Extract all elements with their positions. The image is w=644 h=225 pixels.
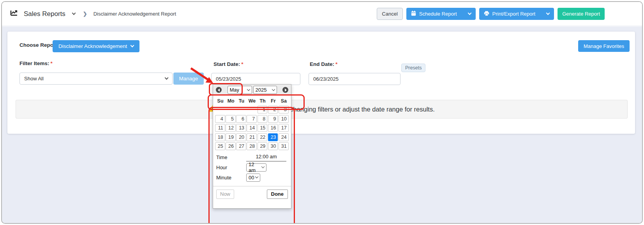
calendar-day[interactable]: 19 <box>226 133 236 141</box>
calendar-day[interactable]: 30 <box>268 142 278 150</box>
calendar-day[interactable]: 11 <box>215 124 225 132</box>
screenshot-canvas: Sales Reports ❯ Disclaimer Acknowledgeme… <box>0 0 644 225</box>
calendar-week-row: 18192021222324 <box>215 133 289 141</box>
hour-select[interactable]: 12 am <box>246 163 266 172</box>
weekday-label: Th <box>258 98 268 104</box>
no-data-warning-banner: Report has no data. Try changing filters… <box>16 100 628 119</box>
report-builder-card: Choose Report Disclaimer Acknowledgement… <box>7 32 635 134</box>
calendar-day[interactable]: 5 <box>226 115 236 123</box>
chevron-down-icon <box>247 87 250 90</box>
time-value[interactable]: 12:00 am <box>246 154 286 161</box>
calendar-day[interactable]: 22 <box>258 133 268 141</box>
title-chevron-down-icon[interactable] <box>72 11 76 15</box>
calendar-day[interactable]: 28 <box>247 142 257 150</box>
calendar-weekdays: SuMoTuWeThFrSa <box>213 95 291 106</box>
calendar-day[interactable]: 12 <box>226 124 236 132</box>
calendar-month-select[interactable]: May <box>228 86 252 94</box>
calendar-day[interactable]: 24 <box>279 133 289 141</box>
now-button[interactable]: Now <box>216 190 234 199</box>
schedule-dropdown-toggle[interactable] <box>464 13 471 14</box>
breadcrumb: Sales Reports ❯ Disclaimer Acknowledgeme… <box>10 9 176 18</box>
calendar-day[interactable]: 9 <box>268 115 278 123</box>
chevron-down-icon <box>255 175 258 178</box>
calendar-day[interactable]: 23 <box>268 133 278 141</box>
top-toolbar: Sales Reports ❯ Disclaimer Acknowledgeme… <box>2 2 642 26</box>
hour-value: 12 am <box>249 161 262 173</box>
end-date-label-text: End Date: <box>310 61 334 67</box>
calendar-day[interactable]: 6 <box>236 115 246 123</box>
weekday-label: Mo <box>226 98 236 104</box>
toolbar-actions: Cancel Schedule Report Print/Export Repo… <box>377 8 605 20</box>
calendar-day[interactable]: 1 <box>258 106 268 113</box>
end-date-value: 06/23/2025 <box>313 76 339 82</box>
filter-items-label-text: Filter Items: <box>19 60 49 66</box>
arrow-left-icon <box>218 89 220 92</box>
calendar-header: May 2025 <box>213 85 291 95</box>
weekday-label: Sa <box>279 98 289 104</box>
minute-label: Minute <box>216 175 246 181</box>
calendar-day[interactable]: 25 <box>215 142 225 150</box>
calendar-day[interactable]: 16 <box>268 124 278 132</box>
required-asterisk: * <box>51 60 53 66</box>
report-type-dropdown[interactable]: Disclaimer Acknowledgement <box>53 40 139 52</box>
done-button[interactable]: Done <box>267 190 288 199</box>
date-picker-popup: May 2025 SuMoTuWeThFrSa 1234567891011121… <box>213 84 291 209</box>
weekday-label: Su <box>215 98 226 104</box>
calendar-day[interactable]: 20 <box>236 133 246 141</box>
calendar-day[interactable]: 13 <box>236 124 246 132</box>
start-date-input[interactable]: 05/23/2025 <box>211 73 300 85</box>
calendar-week-row: 45678910 <box>215 115 289 123</box>
hour-label: Hour <box>216 165 246 170</box>
minute-value: 00 <box>249 175 254 181</box>
schedule-report-button[interactable]: Schedule Report <box>406 8 476 20</box>
chart-line-icon <box>10 9 18 18</box>
calendar-icon <box>411 11 416 17</box>
filter-items-selected-value: Show All <box>24 76 44 81</box>
start-date-value: 05/23/2025 <box>216 76 241 82</box>
print-export-dropdown-toggle[interactable] <box>542 13 549 14</box>
calendar-day[interactable]: 18 <box>215 133 225 141</box>
calendar-day[interactable]: 17 <box>279 124 289 132</box>
required-asterisk: * <box>241 61 243 67</box>
cancel-button[interactable]: Cancel <box>377 8 402 20</box>
calendar-day[interactable]: 27 <box>236 142 246 150</box>
manage-favorites-button[interactable]: Manage Favorites <box>578 40 630 52</box>
chevron-down-icon <box>546 11 550 15</box>
calendar-day[interactable]: 26 <box>226 142 236 150</box>
choose-report-label: Choose Report <box>19 42 57 48</box>
calendar-day[interactable]: 8 <box>258 115 268 123</box>
calendar-day[interactable]: 29 <box>258 142 268 150</box>
start-date-label: Start Date:* <box>213 61 243 67</box>
calendar-day[interactable]: 10 <box>279 115 289 123</box>
calendar-day[interactable]: 7 <box>247 115 257 123</box>
calendar-day[interactable]: 14 <box>247 124 257 132</box>
calendar-day[interactable]: 31 <box>279 142 289 150</box>
previous-month-button[interactable] <box>216 87 222 93</box>
calendar-day[interactable]: 4 <box>215 115 225 123</box>
print-export-label: Print/Export Report <box>492 11 536 17</box>
weekday-label: We <box>247 98 257 104</box>
calendar-day[interactable]: 2 <box>268 106 278 113</box>
weekday-label: Fr <box>268 98 279 104</box>
print-export-button[interactable]: Print/Export Report <box>479 8 554 20</box>
chevron-down-icon <box>165 76 169 80</box>
time-row: Time 12:00 am <box>213 152 291 161</box>
required-asterisk: * <box>335 61 337 67</box>
page-content: Choose Report Disclaimer Acknowledgement… <box>2 27 642 223</box>
app-window: Sales Reports ❯ Disclaimer Acknowledgeme… <box>1 1 643 224</box>
presets-button[interactable]: Presets <box>401 64 425 72</box>
end-date-input[interactable]: 06/23/2025 <box>309 73 401 85</box>
calendar-empty-cell <box>236 106 246 113</box>
schedule-report-label: Schedule Report <box>419 11 457 17</box>
minute-select[interactable]: 00 <box>246 174 260 182</box>
calendar-empty-cell <box>247 106 257 113</box>
filter-items-select[interactable]: Show All <box>19 73 173 85</box>
month-value: May <box>230 87 240 93</box>
calendar-day[interactable]: 3 <box>279 106 289 113</box>
generate-report-button[interactable]: Generate Report <box>558 8 605 20</box>
calendar-year-select[interactable]: 2025 <box>253 86 277 94</box>
calendar-day[interactable]: 15 <box>258 124 268 132</box>
calendar-day[interactable]: 21 <box>247 133 257 141</box>
next-month-button[interactable] <box>282 87 288 93</box>
weekday-label: Tu <box>236 98 247 104</box>
